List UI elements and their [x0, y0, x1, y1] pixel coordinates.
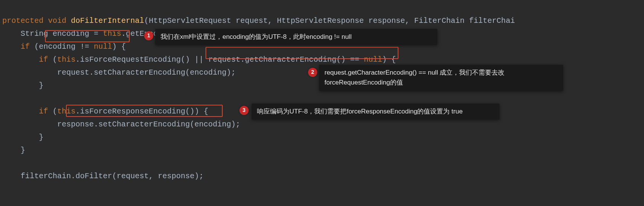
- brace-close: }: [21, 146, 25, 155]
- p1-name: request: [236, 16, 268, 25]
- neq: !=: [75, 42, 94, 51]
- cond-encoding: encoding: [39, 42, 75, 51]
- p2-type: HttpServletResponse: [277, 16, 364, 25]
- ident-request: request: [208, 55, 240, 64]
- kw-protected: protected: [2, 16, 43, 25]
- p1-type: HttpServletRequest: [149, 16, 231, 25]
- note-2-line-1: request.getCharacterEncoding() == null 成…: [324, 69, 504, 76]
- annotation-badge-3: 3: [239, 106, 249, 115]
- close-brace: ) {: [112, 42, 126, 51]
- kw-if: if: [39, 55, 48, 64]
- kw-this: this: [57, 107, 75, 116]
- stmt-setcharenc-req: request.setCharacterEncoding(encoding);: [57, 68, 236, 77]
- kw-if: if: [39, 107, 48, 116]
- brace-close: }: [39, 133, 43, 142]
- annotation-badge-1: 1: [144, 31, 153, 40]
- p3-name: filterChai: [469, 16, 515, 25]
- method-name: doFilterInternal: [71, 16, 144, 25]
- kw-null: null: [364, 55, 382, 64]
- annotation-badge-2: 2: [308, 68, 317, 77]
- call-isforcereq: .isForceRequestEncoding() ||: [75, 55, 208, 64]
- annotation-note-2: request.getCharacterEncoding() == null 成…: [319, 65, 563, 91]
- kw-this: this: [57, 55, 75, 64]
- annotation-note-1: 我们在xml中设置过，encoding的值为UTF-8，此时encoding !…: [155, 29, 437, 45]
- open-paren: (: [48, 107, 57, 116]
- p2-name: response: [368, 16, 405, 25]
- comma: ,: [405, 16, 414, 25]
- eq: =: [89, 29, 103, 38]
- close-brace: ) {: [382, 55, 396, 64]
- comma: ,: [268, 16, 277, 25]
- brace-close: }: [39, 81, 43, 90]
- call-getcharenc: .getCharacterEncoding() ==: [240, 55, 364, 64]
- kw-this: this: [103, 29, 121, 38]
- stmt-setcharenc-resp: response.setCharacterEncoding(encoding);: [57, 120, 240, 129]
- kw-if: if: [21, 42, 30, 51]
- var-name: encoding: [53, 29, 89, 38]
- annotation-note-3: 响应编码为UTF-8，我们需要把forceResponseEncoding的值设…: [252, 104, 499, 120]
- paren-open: (: [144, 16, 149, 25]
- p3-type: FilterChain: [414, 16, 464, 25]
- var-type: String: [21, 29, 48, 38]
- code-block: protected void doFilterInternal(HttpServ…: [0, 0, 644, 184]
- note-2-line-2: forceRequestEncoding的值: [324, 79, 403, 86]
- kw-null: null: [94, 42, 112, 51]
- open-paren: (: [30, 42, 39, 51]
- close-brace: ) {: [194, 107, 208, 116]
- stmt-dofilter: filterChain.doFilter(request, response);: [21, 172, 204, 180]
- call-isforceresp: .isForceResponseEncoding(): [75, 107, 194, 116]
- open-paren: (: [48, 55, 57, 64]
- kw-void: void: [48, 16, 66, 25]
